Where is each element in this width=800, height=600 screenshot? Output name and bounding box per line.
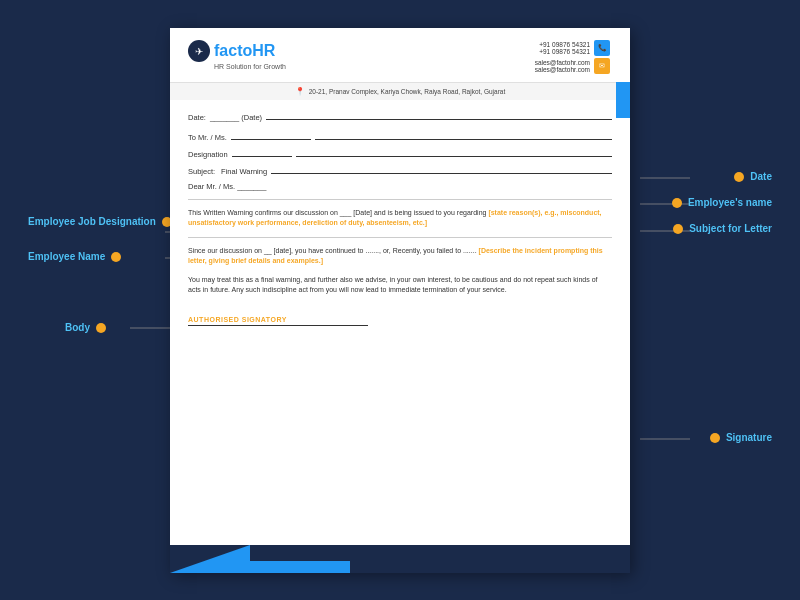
subject-row: Subject: Final Warning [188,164,612,176]
right-annotation-signature: Signature [710,432,772,443]
designation-row: Designation [188,147,612,159]
separator-2 [188,237,612,238]
address-bar: 📍 20-21, Pranav Complex, Kariya Chowk, R… [170,82,630,100]
body-paragraph-3: You may treat this as a final warning, a… [188,275,612,296]
date-row: Date: _______ (Date) [188,110,612,122]
subject-for-letter-dot [673,224,683,234]
signature-section: AUTHORISED SIGNATORY [188,316,612,326]
email-icon: ✉ [594,58,610,74]
logo-name: factoHR [214,42,275,60]
contact-section: +91 09876 54321 +91 09876 54321 📞 sales@… [535,36,630,76]
logo-section: factoHR HR Solution for Growth [170,36,286,70]
right-annotation-employees-name: Employee's name [672,197,772,208]
employee-name-dot [111,252,121,262]
body-paragraph-2: Since our discussion on __ [date], you h… [188,246,612,267]
address-text: 20-21, Pranav Complex, Kariya Chowk, Rai… [309,88,506,95]
phone-icon: 📞 [594,40,610,56]
letter-body: Date: _______ (Date) To Mr. / Ms. Design… [170,100,630,336]
phone-row: +91 09876 54321 +91 09876 54321 📞 [535,40,610,56]
footer-bar [230,561,350,573]
to-row: To Mr. / Ms. [188,130,612,142]
location-icon: 📍 [295,87,305,96]
left-annotation-body: Body [65,322,106,333]
letter-paper: factoHR HR Solution for Growth +91 09876… [170,28,630,573]
left-annotation-employee-name: Employee Name [28,251,121,262]
outer-container: Employee Job Designation Employee Name B… [10,10,790,590]
date-dot [734,172,744,182]
letter-header: factoHR HR Solution for Growth +91 09876… [170,28,630,82]
body-dot [96,323,106,333]
left-annotation-employee-job-designation: Employee Job Designation [28,215,172,228]
logo-icon [188,40,210,62]
salutation: Dear Mr. / Ms. _______ [188,182,612,191]
logo-tagline: HR Solution for Growth [214,63,286,70]
signature-line [188,325,368,326]
employees-name-dot [672,198,682,208]
right-annotation-date: Date [734,171,772,182]
letter-footer [170,545,630,573]
authorised-signatory-text: AUTHORISED SIGNATORY [188,316,612,323]
separator-1 [188,199,612,200]
email-row: sales@factohr.com sales@factohr.com ✉ [535,58,610,74]
signature-dot [710,433,720,443]
body-paragraph-1: This Written Warning confirms our discus… [188,208,612,229]
right-annotation-subject-for-letter: Subject for Letter [673,223,772,234]
